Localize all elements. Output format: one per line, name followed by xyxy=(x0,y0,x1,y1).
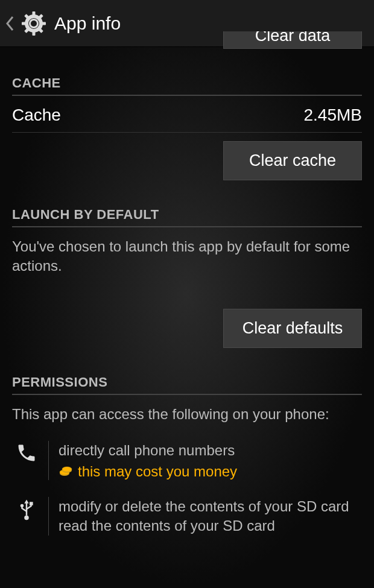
launch-section-header: LAUNCH BY DEFAULT xyxy=(12,207,362,227)
settings-gear-icon[interactable] xyxy=(17,7,51,40)
permission-item: modify or delete the contents of your SD… xyxy=(12,497,362,536)
permission-line: modify or delete the contents of your SD… xyxy=(59,497,362,516)
usb-icon xyxy=(12,497,41,536)
page-title: App info xyxy=(54,13,121,34)
clear-cache-button[interactable]: Clear cache xyxy=(223,141,362,180)
cache-row-label: Cache xyxy=(12,106,61,125)
permissions-description: This app can access the following on you… xyxy=(12,405,362,424)
launch-description: You've chosen to launch this app by defa… xyxy=(12,237,362,276)
permission-item: directly call phone numbers this may cos… xyxy=(12,441,362,479)
clear-defaults-button[interactable]: Clear defaults xyxy=(223,309,362,348)
permission-line: read the contents of your SD card xyxy=(59,516,362,536)
svg-point-9 xyxy=(31,21,37,27)
svg-point-14 xyxy=(24,515,29,520)
coins-icon xyxy=(59,464,73,479)
svg-rect-16 xyxy=(30,502,33,505)
phone-icon xyxy=(12,441,41,479)
permissions-section-header: PERMISSIONS xyxy=(12,375,362,395)
svg-point-15 xyxy=(21,504,24,507)
back-chevron-icon[interactable] xyxy=(5,15,16,32)
permission-line: directly call phone numbers xyxy=(59,441,362,460)
permission-warning: this may cost you money xyxy=(78,463,237,480)
svg-point-13 xyxy=(62,467,72,472)
cache-section-header: CACHE xyxy=(12,75,362,96)
cache-row-value: 2.45MB xyxy=(304,106,363,125)
clear-data-button[interactable]: Clear data xyxy=(223,31,362,49)
cache-row: Cache 2.45MB xyxy=(12,96,362,133)
